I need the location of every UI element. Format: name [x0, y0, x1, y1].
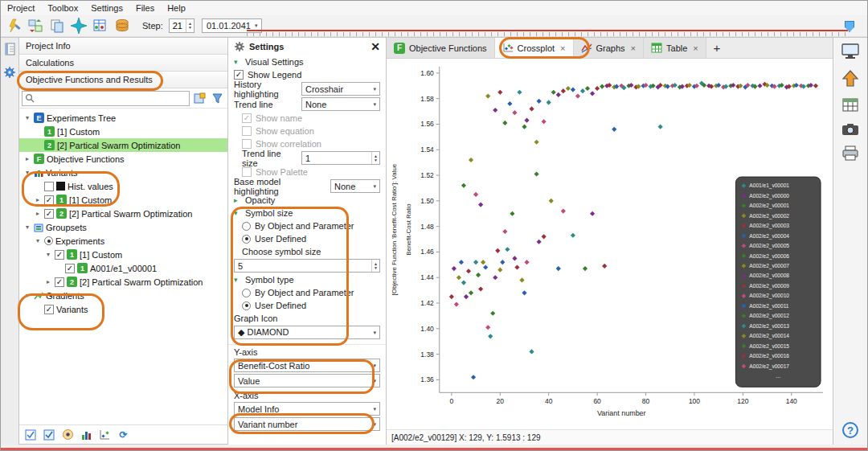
symbol-size-section[interactable]: ▾Symbol size	[228, 207, 386, 219]
tree-checkbox[interactable]: ✓	[55, 250, 64, 260]
section-objective-functions-results[interactable]: Objective Functions and Results	[19, 72, 227, 88]
tree-checkbox[interactable]: ✓	[55, 277, 64, 287]
history-highlighting-select[interactable]: Crosshair▾	[301, 82, 380, 96]
expander-closed-icon[interactable]: ▸	[44, 278, 52, 285]
database-icon[interactable]	[113, 17, 132, 35]
copy-project-icon[interactable]	[47, 17, 67, 35]
close-tab-icon[interactable]: ×	[693, 43, 698, 53]
table-export-icon[interactable]	[841, 97, 859, 117]
project-notebook-icon[interactable]	[4, 43, 16, 59]
tree-item[interactable]: 1[1] Custom	[19, 125, 227, 138]
hist-chart-icon[interactable]	[80, 428, 93, 441]
compass-icon[interactable]	[69, 17, 88, 35]
refresh-icon[interactable]: ⟳	[117, 428, 130, 441]
tree-checkbox[interactable]: ✓	[65, 264, 75, 273]
tree-checkbox[interactable]	[44, 182, 54, 191]
collapse-icon[interactable]: ▾	[234, 209, 241, 217]
close-icon[interactable]: ✕	[371, 40, 380, 53]
wrench-bolt-icon[interactable]	[4, 17, 23, 35]
visual-settings-section[interactable]: ▾Visual Settings	[228, 55, 386, 68]
check-all-icon[interactable]	[24, 428, 38, 441]
print-icon[interactable]	[841, 146, 859, 165]
expander-open-icon[interactable]: ▾	[23, 292, 31, 299]
tree-item[interactable]: Hist. values	[19, 179, 227, 193]
opacity-section[interactable]: ▸Opacity	[228, 194, 386, 207]
spinner-arrows-icon[interactable]: ▲▼	[371, 260, 379, 272]
step-spinner-arrows[interactable]: ▲▼	[186, 19, 194, 32]
symbol-size-by-object-row[interactable]: By Object and Parameter	[228, 219, 386, 232]
tree-item[interactable]: ✓Variants	[19, 302, 227, 316]
tree-item[interactable]: ▾EExperiments Tree	[19, 111, 227, 125]
expand-icon[interactable]: ▸	[234, 196, 241, 204]
user-defined-radio[interactable]	[242, 235, 251, 244]
x-axis-value-select[interactable]: Variant number▾	[234, 417, 380, 431]
snapshot-camera-icon[interactable]	[841, 122, 859, 140]
collapse-icon[interactable]: ▾	[234, 58, 241, 66]
visibility-icon[interactable]	[61, 428, 75, 441]
crossplot-area[interactable]: 1.361.381.401.421.441.461.481.501.521.54…	[387, 59, 833, 429]
add-tab-button[interactable]: +	[706, 38, 727, 58]
tree-checkbox[interactable]: ✓	[44, 305, 54, 314]
section-calculations[interactable]: Calculations	[19, 55, 227, 72]
tree-item[interactable]: ▾Experiments	[19, 234, 227, 248]
expander-open-icon[interactable]: ▾	[23, 114, 31, 121]
search-input[interactable]	[38, 92, 189, 105]
y-axis-function-select[interactable]: Benefit-Cost Ratio▾	[234, 359, 380, 372]
tree-item[interactable]: ▸✓2[2] Partical Swarm Optimization	[19, 207, 227, 220]
y-axis-value-select[interactable]: Value▾	[234, 374, 380, 387]
expander-open-icon[interactable]: ▾	[44, 251, 52, 258]
trend-line-select[interactable]: None▾	[301, 97, 380, 111]
crossplot-chart[interactable]: 1.361.381.401.421.441.461.481.501.521.54…	[387, 59, 833, 429]
x-axis-category-select[interactable]: Model Info▾	[234, 402, 380, 416]
expander-open-icon[interactable]: ▾	[23, 169, 31, 176]
tab-graphs[interactable]: Graphs ×	[574, 38, 645, 58]
menu-item-toolbox[interactable]: Toolbox	[41, 2, 84, 14]
tree-checkbox[interactable]: ✓	[44, 209, 54, 219]
layout-columns-icon[interactable]	[192, 91, 207, 106]
check-group-icon[interactable]	[43, 428, 56, 441]
tree-item[interactable]: ▸✓1[1] Custom	[19, 193, 227, 207]
symbol-type-user-defined-row[interactable]: User Defined	[228, 299, 386, 312]
calculations-gear-icon[interactable]	[3, 66, 16, 82]
close-tab-icon[interactable]: ×	[631, 43, 636, 53]
show-legend-checkbox[interactable]: ✓	[234, 70, 244, 80]
grid-window-icon[interactable]	[91, 17, 110, 35]
menu-item-settings[interactable]: Settings	[84, 2, 129, 14]
crossplot-mini-icon[interactable]	[98, 428, 112, 441]
collapse-icon[interactable]: ▾	[234, 276, 241, 284]
tree-item[interactable]: ▸FObjective Functions	[19, 152, 227, 166]
import-export-icon[interactable]	[26, 17, 45, 35]
menu-item-project[interactable]: Project	[1, 2, 41, 14]
filter-funnel-icon[interactable]	[210, 91, 225, 106]
step-spinner[interactable]: 21 ▲▼	[169, 18, 194, 33]
tree-item[interactable]: ▾Groupsets	[19, 220, 227, 234]
tree-item[interactable]: 2[2] Partical Swarm Optimization	[19, 138, 227, 152]
close-tab-icon[interactable]: ×	[560, 43, 565, 53]
symbol-size-user-defined-row[interactable]: User Defined	[228, 232, 386, 245]
expander-closed-icon[interactable]: ▸	[34, 196, 42, 203]
by-object-radio[interactable]	[242, 289, 251, 297]
tree-item[interactable]: ✓1A001/e1_v00001	[19, 261, 227, 275]
symbol-size-spinner[interactable]: 5▲▼	[234, 259, 380, 273]
trend-line-size-spinner[interactable]: 1▲▼	[301, 151, 380, 165]
symbol-type-by-object-row[interactable]: By Object and Parameter	[228, 286, 386, 299]
expander-open-icon[interactable]: ▾	[23, 223, 31, 231]
menu-item-files[interactable]: Files	[129, 2, 161, 14]
user-defined-radio[interactable]	[242, 301, 251, 310]
tree-item[interactable]: ▾Variants	[19, 166, 227, 179]
export-up-icon[interactable]	[841, 69, 860, 92]
expander-closed-icon[interactable]: ▸	[34, 210, 42, 217]
monitor-icon[interactable]	[841, 43, 860, 64]
base-model-select[interactable]: None▾	[330, 179, 380, 193]
menu-item-help[interactable]: Help	[161, 2, 192, 14]
tree-item[interactable]: ▾✓1[1] Custom	[19, 248, 227, 261]
tree-item[interactable]: ▾Gradients	[19, 289, 227, 302]
help-icon[interactable]: ?	[842, 422, 858, 438]
by-object-radio[interactable]	[242, 222, 251, 231]
expander-open-icon[interactable]: ▾	[34, 237, 42, 244]
tree-checkbox[interactable]: ✓	[44, 195, 54, 205]
tab-table[interactable]: Table ×	[644, 38, 706, 58]
tab-objective-functions[interactable]: F Objective Functions	[387, 38, 495, 58]
tree-radio[interactable]	[44, 236, 53, 245]
section-project-info[interactable]: Project Info	[19, 38, 227, 55]
